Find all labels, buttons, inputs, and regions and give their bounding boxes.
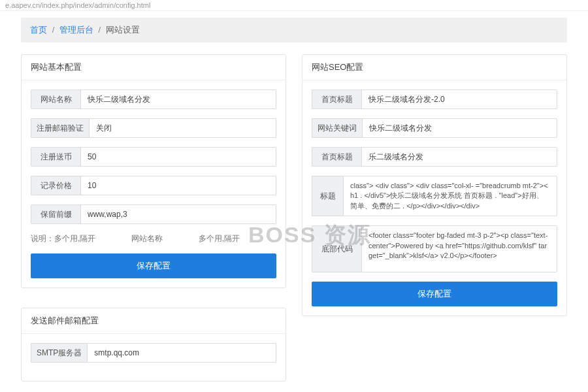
site-name-input[interactable]	[80, 90, 276, 109]
hint-row: 说明：多个用,隔开 网站名称 多个用,隔开	[31, 233, 276, 244]
breadcrumb-sep: /	[52, 25, 55, 35]
smtp-panel: 发送邮件邮箱配置 SMTP服务器	[21, 308, 286, 382]
head-block-textarea[interactable]: class"> <div class"> <div class="col-xl-…	[343, 176, 557, 216]
hint-right: 多个用,隔开	[199, 234, 240, 243]
email-verify-input[interactable]	[89, 118, 276, 138]
record-price-label: 记录价格	[31, 176, 80, 195]
reg-coin-label: 注册送币	[31, 147, 80, 167]
home-title2-input[interactable]	[361, 147, 557, 167]
breadcrumb: 首页 / 管理后台 / 网站设置	[21, 18, 567, 42]
breadcrumb-admin[interactable]: 管理后台	[59, 25, 93, 35]
reserved-prefix-input[interactable]	[80, 204, 276, 224]
breadcrumb-sep: /	[99, 25, 101, 35]
keywords-input[interactable]	[362, 118, 557, 138]
panel-title: 网站基本配置	[22, 55, 286, 80]
frag-title-label: 标题	[312, 176, 343, 216]
reg-coin-input[interactable]	[80, 147, 276, 167]
panel-title: 发送邮件邮箱配置	[22, 308, 286, 334]
save-basic-button[interactable]: 保存配置	[31, 253, 276, 278]
panel-title: 网站SEO配置	[302, 55, 566, 80]
home-title-input[interactable]	[361, 90, 557, 109]
smtp-server-label: SMTP服务器	[31, 343, 87, 363]
site-name-label: 网站名称	[31, 90, 80, 109]
keywords-label: 网站关键词	[312, 118, 362, 138]
home-title2-label: 首页标题	[312, 147, 361, 167]
basic-config-panel: 网站基本配置 网站名称 注册邮箱验证 注册送币 记录价	[21, 54, 286, 288]
email-verify-label: 注册邮箱验证	[31, 118, 89, 138]
breadcrumb-home[interactable]: 首页	[30, 25, 47, 35]
address-bar: e.aapev.cn/index.php/index/admin/config.…	[0, 0, 588, 11]
footer-code-label: 底部代码	[312, 225, 361, 272]
footer-code-textarea[interactable]: <footer class="footer bg-faded mt-3 p-2"…	[361, 225, 557, 272]
record-price-input[interactable]	[80, 176, 276, 195]
hint-left: 说明：多个用,隔开	[31, 234, 95, 243]
save-seo-button[interactable]: 保存配置	[312, 282, 557, 306]
reserved-prefix-label: 保留前缀	[31, 204, 80, 224]
seo-config-panel: 网站SEO配置 首页标题 网站关键词 首页标题 标题	[302, 54, 567, 316]
breadcrumb-current: 网站设置	[106, 25, 140, 35]
hint-mid: 网站名称	[131, 234, 163, 243]
home-title-label: 首页标题	[312, 90, 361, 109]
smtp-server-input[interactable]	[87, 343, 276, 363]
